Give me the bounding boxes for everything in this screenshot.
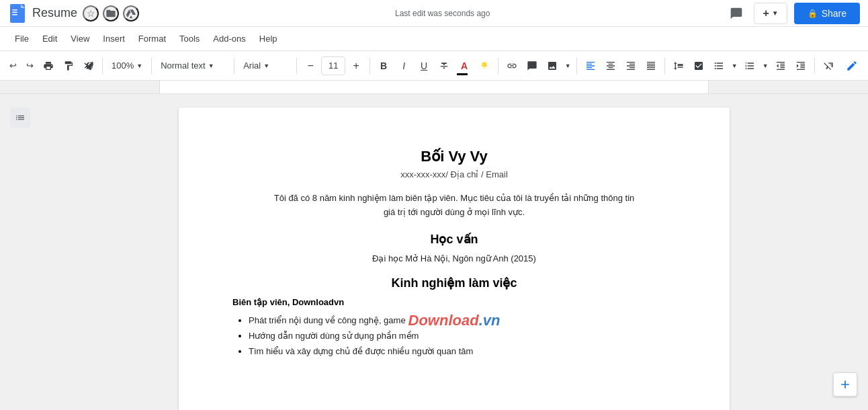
resume-name[interactable]: Bối Vy Vy (232, 148, 676, 165)
font-size-input[interactable] (321, 56, 345, 75)
strikethrough-button[interactable] (435, 55, 453, 77)
list-item[interactable]: Phát triển nội dung về công nghệ, game (249, 313, 676, 328)
link-button[interactable] (503, 55, 521, 77)
numbered-list-button[interactable] (740, 55, 759, 77)
chevron-down-icon: ▼ (772, 9, 779, 17)
print-button[interactable] (39, 55, 58, 77)
align-right-button[interactable] (621, 55, 640, 77)
lock-icon: 🔒 (808, 9, 818, 18)
align-justify-button[interactable] (642, 55, 660, 77)
numbered-chevron-button[interactable]: ▼ (761, 55, 770, 77)
insert-chevron-button[interactable]: ▼ (563, 55, 572, 77)
education-heading[interactable]: Học vấn (232, 232, 676, 247)
divider-3 (234, 58, 234, 74)
zoom-value: 100% (112, 60, 134, 71)
menu-bar: File Edit View Insert Format Tools Add-o… (0, 27, 868, 51)
comment-button[interactable] (523, 55, 541, 77)
menu-format[interactable]: Format (132, 31, 173, 46)
divider-5 (370, 58, 370, 74)
paint-format-button[interactable] (59, 55, 78, 77)
underline-button[interactable]: U (415, 55, 433, 77)
doc-page: Bối Vy Vy xxx-xxx-xxx/ Địa chỉ / Email T… (179, 108, 730, 410)
share-label: Share (822, 8, 847, 19)
clear-format-button[interactable] (79, 55, 98, 77)
menu-edit[interactable]: Edit (36, 31, 64, 46)
plus-icon: + (763, 7, 769, 19)
divider-9 (814, 58, 815, 74)
bullet-chevron-button[interactable]: ▼ (730, 55, 739, 77)
drive-button[interactable] (123, 5, 139, 22)
divider-2 (151, 58, 152, 74)
line-spacing-button[interactable] (669, 55, 688, 77)
clear-formatting-button[interactable] (819, 55, 838, 77)
pencil-edit-button[interactable] (841, 55, 863, 77)
menu-insert[interactable]: Insert (96, 31, 132, 46)
divider-8 (664, 58, 665, 74)
increase-font-button[interactable]: + (347, 55, 365, 77)
divider-4 (296, 58, 297, 74)
svg-rect-1 (12, 9, 17, 11)
outline-icon[interactable] (10, 108, 30, 128)
fab-button[interactable] (833, 372, 857, 397)
title-right-actions: + ▼ 🔒 Share (726, 3, 860, 24)
text-style-select[interactable]: Normal text ▼ (156, 55, 230, 77)
job-bullet-list: Phát triển nội dung về công nghệ, game H… (232, 313, 676, 360)
new-document-button[interactable]: + ▼ (754, 3, 787, 24)
svg-rect-2 (12, 11, 17, 13)
comment-history-button[interactable] (726, 3, 747, 24)
job-title[interactable]: Biên tập viên, Downloadvn (232, 297, 676, 307)
share-button[interactable]: 🔒 Share (794, 3, 860, 24)
svg-rect-3 (12, 14, 17, 15)
menu-addons[interactable]: Add-ons (206, 31, 252, 46)
ruler-page-area (159, 81, 709, 93)
list-item[interactable]: Tìm hiểu và xây dựng chủ đề được nhiều n… (249, 343, 676, 359)
text-color-button[interactable]: A (455, 55, 474, 77)
menu-view[interactable]: View (64, 31, 96, 46)
highlight-color-button[interactable] (475, 55, 494, 77)
decrease-font-button[interactable]: − (301, 55, 320, 77)
align-center-button[interactable] (601, 55, 620, 77)
title-bar: Resume ☆ Last edit was seconds ago + ▼ 🔒… (0, 0, 868, 27)
style-chevron: ▼ (208, 63, 214, 69)
education-detail[interactable]: Đại học Mở Hà Nội, Ngôn ngữ Anh (2015) (232, 253, 676, 263)
redo-button[interactable]: ↪ (22, 55, 38, 77)
zoom-select[interactable]: 100% ▼ (107, 55, 147, 77)
font-select[interactable]: Arial ▼ (238, 55, 292, 77)
text-style-value: Normal text (161, 60, 205, 71)
checklist-button[interactable] (689, 55, 708, 77)
star-button[interactable]: ☆ (83, 5, 99, 22)
ruler (0, 81, 868, 94)
menu-help[interactable]: Help (253, 31, 284, 46)
bold-button[interactable]: B (374, 55, 393, 77)
right-toolbar-area (841, 55, 863, 77)
page-area: Bối Vy Vy xxx-xxx-xxx/ Địa chỉ / Email T… (0, 94, 868, 410)
menu-file[interactable]: File (8, 31, 36, 46)
doc-wrapper: Bối Vy Vy xxx-xxx-xxx/ Địa chỉ / Email T… (40, 94, 868, 410)
docs-icon (8, 3, 27, 24)
divider-1 (102, 58, 103, 74)
sidebar (0, 94, 40, 410)
zoom-chevron: ▼ (136, 63, 142, 69)
resume-contact[interactable]: xxx-xxx-xxx/ Địa chỉ / Email (232, 169, 676, 179)
resume-summary: Tôi đã có 8 năm kinh nghiệm làm biên tập… (232, 192, 676, 220)
bullet-list-button[interactable] (709, 55, 728, 77)
last-edit-status: Last edit was seconds ago (395, 9, 490, 18)
divider-6 (498, 58, 498, 74)
move-to-folder-button[interactable] (103, 5, 119, 22)
indent-more-button[interactable] (791, 55, 810, 77)
insert-image-button[interactable] (543, 55, 562, 77)
undo-button[interactable]: ↩ (5, 55, 21, 77)
italic-button[interactable]: I (394, 55, 413, 77)
doc-title[interactable]: Resume (32, 6, 77, 20)
toolbar: ↩ ↪ 100% ▼ Normal text ▼ Arial ▼ − + B I… (0, 51, 868, 81)
title-icons: ☆ (83, 5, 139, 22)
align-left-button[interactable] (581, 55, 600, 77)
indent-less-button[interactable] (771, 55, 790, 77)
divider-7 (576, 58, 577, 74)
list-item[interactable]: Hướng dẫn người dùng sử dụng phần mềm (249, 328, 676, 343)
font-value: Arial (243, 60, 261, 71)
menu-tools[interactable]: Tools (173, 31, 206, 46)
experience-heading[interactable]: Kinh nghiệm làm việc (232, 276, 676, 290)
font-chevron: ▼ (263, 63, 269, 69)
